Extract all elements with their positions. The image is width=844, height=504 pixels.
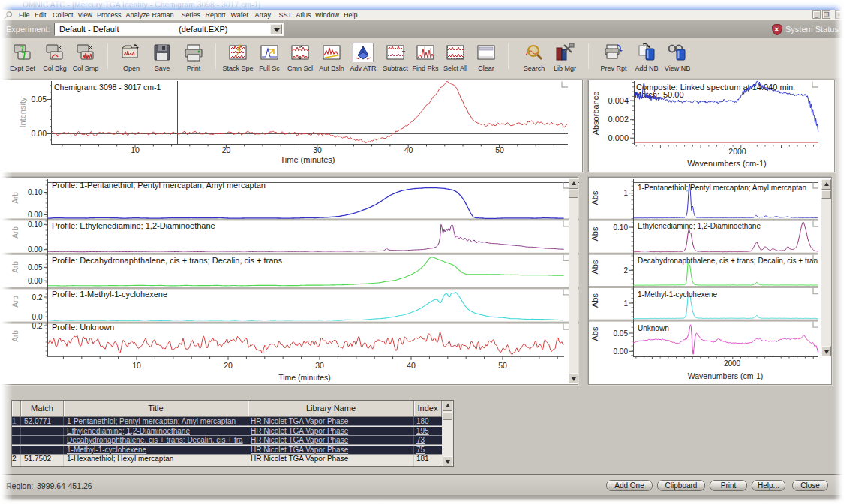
svg-text:Unknown: Unknown [638, 324, 669, 332]
svg-text:0.0: 0.0 [32, 313, 43, 321]
svg-text:Time (minutes): Time (minutes) [278, 373, 331, 382]
svg-text:40: 40 [404, 146, 413, 154]
svg-text:Profile: Unknown: Profile: Unknown [52, 322, 114, 332]
svg-text:30: 30 [313, 146, 322, 154]
svg-text:Arb: Arb [11, 192, 20, 204]
svg-text:Abs: Abs [590, 190, 599, 205]
svg-text:0.10: 0.10 [28, 220, 43, 229]
svg-text:Profile: Decahydronaphthalene,: Profile: Decahydronaphthalene, cis + tra… [52, 256, 282, 265]
svg-text:Composite: Linked spectrum at: Composite: Linked spectrum at 14.040 min… [636, 82, 795, 92]
svg-text:20: 20 [224, 361, 233, 370]
svg-text:Decahydronaphthalene, cis + tr: Decahydronaphthalene, cis + trans; Decal… [638, 256, 818, 265]
svg-text:50: 50 [498, 361, 507, 370]
svg-text:1-Pentanethiol; Pentyl mercapt: 1-Pentanethiol; Pentyl mercaptan; Amyl m… [638, 184, 806, 192]
svg-text:0.05: 0.05 [28, 263, 43, 272]
svg-text:50.00: 50.00 [663, 90, 684, 99]
svg-text:Profile: 1-Pentanethiol; Penty: Profile: 1-Pentanethiol; Pentyl mercapta… [52, 181, 266, 190]
svg-text:Abs: Abs [590, 326, 599, 340]
svg-text:0.00: 0.00 [28, 277, 43, 285]
svg-text:Abs: Abs [590, 226, 599, 241]
svg-text:1: 1 [623, 189, 628, 197]
svg-text:0.05: 0.05 [614, 329, 629, 338]
svg-text:0.2: 0.2 [32, 322, 43, 330]
svg-text:Arb: Arb [11, 330, 20, 342]
svg-text:0.00: 0.00 [28, 245, 43, 254]
svg-text:1-Methyl-1-cyclohexene: 1-Methyl-1-cyclohexene [638, 290, 718, 298]
svg-text:10: 10 [132, 361, 141, 370]
svg-text:0.00: 0.00 [28, 211, 43, 219]
svg-text:2: 2 [623, 266, 628, 274]
svg-text:40: 40 [407, 361, 416, 370]
svg-text:0.004: 0.004 [608, 96, 629, 105]
svg-text:50: 50 [495, 146, 504, 154]
svg-text:Arb: Arb [11, 261, 20, 273]
svg-text:1: 1 [623, 299, 628, 308]
svg-text:Profile: Ethylenediamine; 1,2-: Profile: Ethylenediamine; 1,2-Diaminoeth… [52, 221, 215, 230]
svg-text:Absorbance: Absorbance [591, 92, 600, 136]
svg-text:0.00: 0.00 [32, 129, 47, 138]
svg-text:10: 10 [131, 146, 140, 154]
svg-text:Arb: Arb [11, 296, 20, 308]
svg-text:0.002: 0.002 [608, 115, 629, 124]
svg-text:Chemigram: 3098 - 3017 cm-1: Chemigram: 3098 - 3017 cm-1 [54, 82, 161, 92]
svg-text:Arb: Arb [11, 226, 20, 238]
svg-text:Wavenumbers (cm-1): Wavenumbers (cm-1) [687, 159, 766, 168]
svg-text:0.10: 0.10 [28, 188, 43, 196]
svg-text:Abs: Abs [590, 260, 599, 274]
svg-text:Ethylenediamine; 1,2-Diaminoet: Ethylenediamine; 1,2-Diaminoethane [638, 222, 761, 230]
svg-text:Profile: 1-Methyl-1-cyclohexen: Profile: 1-Methyl-1-cyclohexene [52, 290, 167, 298]
svg-text:0.000: 0.000 [608, 134, 629, 142]
svg-text:2000: 2000 [724, 359, 741, 368]
svg-text:Abs: Abs [590, 293, 599, 308]
svg-text:Intensity: Intensity [18, 97, 27, 128]
svg-text:0.10: 0.10 [614, 224, 629, 232]
svg-text:20: 20 [222, 146, 231, 154]
svg-text:30: 30 [315, 361, 324, 370]
svg-text:Wavenumbers (cm-1): Wavenumbers (cm-1) [688, 371, 764, 380]
svg-text:Time (minutes): Time (minutes) [281, 155, 335, 164]
svg-text:2000: 2000 [728, 147, 746, 156]
svg-text:0.00: 0.00 [614, 347, 629, 356]
svg-text:0.2: 0.2 [32, 293, 43, 302]
svg-text:0.05: 0.05 [32, 94, 47, 104]
